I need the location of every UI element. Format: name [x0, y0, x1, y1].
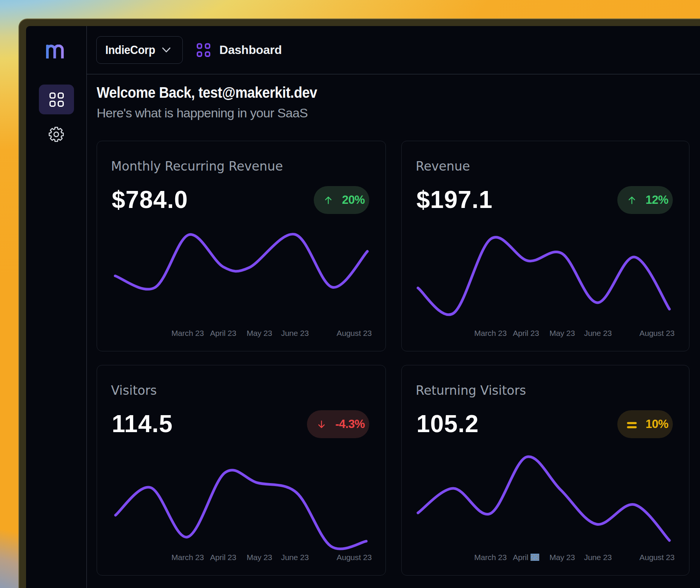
- stat-card: Monthly Recurring Revenue $784.0 20% Mar…: [97, 141, 386, 351]
- selected-tick-text: 23: [530, 553, 539, 562]
- x-axis-label: June 23: [584, 329, 612, 337]
- welcome-subtitle: Here's what is happening in your SaaS: [97, 106, 700, 119]
- x-axis-label: April 23: [210, 553, 236, 561]
- sparkline-chart: [402, 141, 690, 352]
- desktop-wallpaper: { "colors": { "bg": "#05070e", "divider"…: [0, 0, 700, 588]
- sparkline-chart: [97, 365, 385, 576]
- x-axis-label: March 23: [474, 553, 507, 561]
- welcome-heading: Welcome Back, test@makerkit.dev: [97, 85, 631, 100]
- x-axis-label: May 23: [549, 329, 575, 337]
- x-axis-label: March 23: [474, 329, 507, 337]
- x-axis-label: May 23: [247, 329, 272, 337]
- app-surface: IndieCorp Dashboard Welcome Back, test@m…: [26, 26, 700, 588]
- x-axis-label: June 23: [281, 553, 308, 561]
- x-axis-label: April 23: [513, 553, 539, 561]
- makerkit-logo: [46, 45, 64, 59]
- x-axis-label: August 23: [640, 553, 675, 561]
- x-axis-label: May 23: [549, 553, 575, 561]
- x-axis-label: March 23: [171, 553, 204, 561]
- x-axis-label: April 23: [513, 329, 539, 337]
- stat-card: Visitors 114.5 -4.3% March 23April 23May…: [97, 365, 386, 576]
- stat-card: Revenue $197.1 12% March 23April 23May 2…: [401, 141, 689, 351]
- x-axis-label: April 23: [210, 329, 236, 337]
- dashboard-grid-icon: [197, 43, 210, 57]
- main-content: Welcome Back, test@makerkit.dev Here's w…: [87, 75, 700, 588]
- x-axis-label: May 23: [247, 553, 272, 561]
- gear-icon: [49, 127, 63, 142]
- x-axis-label: August 23: [640, 329, 675, 337]
- team-name: IndieCorp: [105, 43, 156, 57]
- top-header: IndieCorp Dashboard: [87, 26, 700, 74]
- sidebar-item-settings[interactable]: [49, 127, 64, 142]
- team-selector-button[interactable]: IndieCorp: [96, 36, 183, 64]
- x-axis-label: June 23: [281, 329, 308, 337]
- stats-grid: Monthly Recurring Revenue $784.0 20% Mar…: [97, 141, 700, 576]
- x-axis-label: March 23: [171, 329, 204, 337]
- page-title: Dashboard: [219, 43, 282, 57]
- sparkline-chart: [402, 365, 690, 576]
- sidebar-item-dashboard[interactable]: [39, 85, 74, 114]
- stat-card: Returning Visitors 105.2 10% March 23Apr…: [401, 365, 689, 576]
- x-axis-label: August 23: [337, 553, 372, 561]
- sidebar: [26, 26, 87, 588]
- app-window: IndieCorp Dashboard Welcome Back, test@m…: [19, 18, 700, 588]
- page-heading: Dashboard: [197, 43, 282, 57]
- x-axis-label: June 23: [584, 553, 612, 561]
- sparkline-chart: [97, 141, 385, 352]
- x-axis-label: August 23: [337, 329, 372, 337]
- grid-icon: [49, 92, 64, 107]
- chevron-down-icon: [162, 47, 171, 53]
